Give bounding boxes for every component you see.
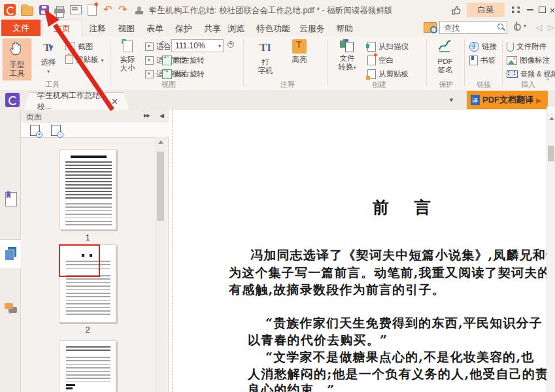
zoom-level-box[interactable]: 111.10% ▾: [171, 39, 224, 52]
blank-page-button[interactable]: 空白: [367, 54, 394, 66]
save-icon[interactable]: [37, 4, 50, 16]
email-icon[interactable]: [69, 4, 82, 16]
minimize-button[interactable]: [524, 5, 536, 15]
prev-arrow-icon[interactable]: ◁: [536, 23, 542, 32]
actual-size-button[interactable]: 实际 大小: [114, 39, 141, 80]
menu-tab-home[interactable]: 主页: [42, 20, 82, 37]
pdf-sign-button[interactable]: PDF 签名: [430, 39, 460, 80]
pages-panel: 页面 ▶▶ ◀ 1 2: [21, 110, 169, 392]
fit-visible-icon: [145, 70, 154, 78]
pdf-text-line: 为这个集子写一篇前言。动笔前,我重又阅读了契诃夫的: [229, 265, 551, 282]
rotate-right-button[interactable]: 向右旋转: [162, 68, 205, 80]
print-icon[interactable]: [53, 4, 66, 16]
menu-tab-features[interactable]: 特色功能: [256, 23, 290, 35]
menu-tab-browse[interactable]: 浏览: [227, 23, 244, 35]
settings-gear-icon[interactable]: [512, 22, 522, 32]
snapshot-button[interactable]: 截图: [65, 41, 93, 52]
viewer-scrollbar-thumb[interactable]: [548, 146, 554, 161]
page-thumbnail-1[interactable]: [59, 149, 116, 230]
foxit-reader-window: ↶ ↷ ▾ ▾— 学生机构工作总结: 校社团联合会工作总结.pdf * - 福昕…: [0, 0, 555, 392]
rotate-left-button[interactable]: 向左旋转: [162, 54, 205, 66]
menu-tab-help[interactable]: 帮助: [336, 23, 353, 35]
from-clipboard-label: 从剪贴板: [378, 69, 409, 79]
zoom-dropdown-icon[interactable]: ▾: [218, 43, 221, 49]
file-attachment-button[interactable]: 文件附件: [507, 41, 547, 52]
menu-file[interactable]: 文件: [1, 20, 41, 36]
pages-panel-button[interactable]: [0, 239, 21, 269]
typewriter-button[interactable]: TI 打 字机: [251, 39, 280, 80]
panel-header: 页面 ▶▶ ◀: [21, 110, 169, 123]
tab-close-icon[interactable]: ✕: [111, 97, 118, 106]
menu-tab-view[interactable]: 视图: [118, 23, 135, 35]
menu-tab-share[interactable]: 共享: [204, 23, 221, 35]
new-document-icon[interactable]: [86, 4, 99, 16]
zoom-in-icon[interactable]: [227, 41, 236, 50]
image-annotation-button[interactable]: 图像标注: [507, 54, 550, 66]
menu-tab-form[interactable]: 表单: [146, 23, 163, 35]
fit-width-icon: [145, 56, 154, 65]
clipboard-label: 剪贴板: [76, 55, 99, 65]
tab-list-dropdown-icon[interactable]: ▼: [448, 97, 454, 103]
group-label-view: 视图: [143, 80, 195, 90]
start-page-icon[interactable]: [5, 93, 20, 107]
highlight-label: 高亮: [292, 56, 307, 63]
stamp-icon[interactable]: [133, 4, 146, 16]
panel-scrollbar[interactable]: [156, 137, 165, 392]
page-thumbnail-3[interactable]: [59, 340, 116, 392]
actual-size-label2: 大小: [120, 64, 135, 72]
pdf-viewer[interactable]: 前 言 冯加同志选译了《契诃夫中短篇小说集》,凤麟兄和译 为这个集子写一篇前言。…: [169, 110, 555, 392]
menu-tab-cloud[interactable]: 云服务: [299, 23, 325, 35]
redo-icon[interactable]: ↷: [116, 4, 129, 16]
pdf-sign-label2: 签名: [438, 66, 453, 74]
search-input[interactable]: [443, 22, 496, 34]
viewer-scrollbar[interactable]: [547, 106, 555, 392]
select-cursor-icon: T: [35, 39, 61, 56]
menu-tab-protect[interactable]: 保护: [175, 23, 192, 35]
group-label-tools: 工具: [26, 80, 78, 90]
panel-collapse-icon[interactable]: ◀: [160, 112, 164, 119]
search-magnifier-icon[interactable]: [497, 24, 505, 31]
from-scanner-icon: [367, 42, 376, 52]
viewer-scroll-up-icon[interactable]: [549, 117, 554, 120]
highlight-icon: [292, 39, 307, 54]
clipboard-button[interactable]: 剪贴板: [65, 54, 104, 65]
ribbon-collapse-icon[interactable]: ⌃: [545, 77, 550, 84]
rotate-left-icon: [162, 56, 172, 65]
hand-tool-button[interactable]: 手型 工具: [3, 39, 31, 80]
file-convert-button[interactable]: 文件 转换: [332, 39, 362, 80]
zoom-out-icon[interactable]: [160, 41, 168, 50]
from-clipboard-button[interactable]: 从剪贴板: [367, 68, 409, 80]
actual-size-icon: [122, 39, 133, 54]
pdf-translate-button[interactable]: PDF文档翻译 ▶: [467, 91, 548, 109]
comments-panel-icon[interactable]: [5, 303, 18, 315]
select-tool-button[interactable]: T 选择: [35, 39, 61, 80]
menu-tab-comment[interactable]: 注释: [89, 23, 106, 35]
document-tab[interactable]: 学生机构工作总结: 校... ✕: [24, 92, 129, 110]
from-scanner-button[interactable]: 从扫描仪: [367, 41, 409, 52]
gear-dropdown-icon[interactable]: ▾: [524, 23, 526, 29]
thumbs-up-icon[interactable]: [450, 5, 463, 16]
search-folder-icon[interactable]: [424, 22, 437, 33]
typewriter-icon: TI: [251, 39, 280, 56]
enlarge-thumbnails-icon[interactable]: [30, 125, 40, 136]
highlight-button[interactable]: 高亮: [285, 39, 314, 80]
rotate-right-label: 向右旋转: [175, 69, 205, 79]
layout-grid-icon[interactable]: [510, 5, 522, 15]
next-arrow-icon[interactable]: ▷: [548, 23, 554, 32]
film-icon: [507, 70, 518, 78]
page2-view-rectangle[interactable]: [59, 244, 100, 277]
link-button[interactable]: 链接: [469, 41, 497, 52]
panel-expand-icon[interactable]: ▶▶: [144, 113, 150, 118]
account-badge[interactable]: 白菜: [467, 3, 505, 17]
open-file-icon[interactable]: [20, 4, 33, 16]
pdf-text-line: “文学家不是做糖果点心的,不是化妆美容的,也: [265, 349, 535, 366]
close-button[interactable]: ×: [547, 5, 555, 15]
shrink-thumbnails-icon[interactable]: [51, 125, 61, 136]
select-label: 选择: [41, 58, 56, 66]
panel-scroll-up-icon[interactable]: [158, 140, 163, 144]
bookmarks-panel-icon[interactable]: [5, 192, 17, 206]
bookmark-button[interactable]: 书签: [469, 54, 496, 66]
undo-icon[interactable]: ↶: [101, 4, 114, 16]
link-label: 链接: [482, 42, 497, 52]
panel-scrollbar-thumb[interactable]: [157, 152, 164, 221]
